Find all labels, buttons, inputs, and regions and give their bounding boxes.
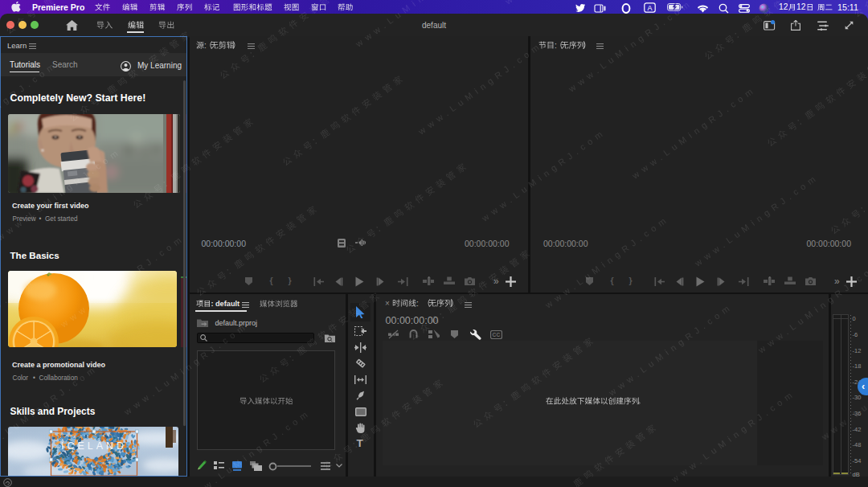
svg-text::: : [204, 41, 207, 50]
svg-text:A: A [647, 4, 652, 12]
svg-text:: default: : default [211, 300, 240, 308]
svg-text:CC: CC [493, 332, 501, 338]
svg-text::: : [555, 41, 557, 50]
svg-text:ICELAND: ICELAND [61, 440, 127, 452]
svg-text::: : [416, 299, 421, 308]
